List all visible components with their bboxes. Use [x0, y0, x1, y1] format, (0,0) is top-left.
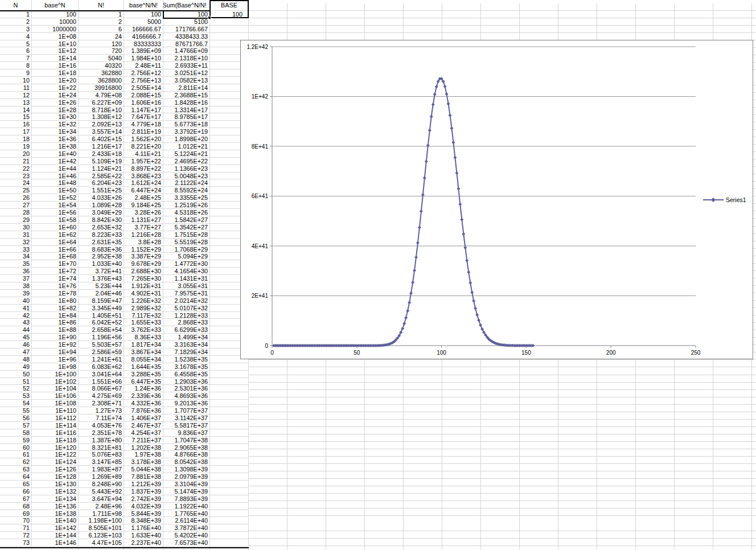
cell[interactable]: 7.211E+37 [124, 437, 163, 444]
cell[interactable]: 2.4695E+22 [163, 158, 210, 165]
cell[interactable]: 4.47E+105 [79, 539, 124, 547]
data-table[interactable]: Nbase^NN!base^N/N!Sum(Base^N/N!BASE11001… [0, 0, 249, 550]
cell[interactable]: 3.762E+33 [124, 326, 163, 334]
cell[interactable]: 57 [0, 422, 32, 429]
cell[interactable] [210, 400, 249, 407]
cell[interactable]: 1.7077E+37 [163, 407, 210, 414]
cell[interactable]: 1E+116 [32, 429, 79, 437]
cell[interactable]: 1E+80 [32, 297, 79, 305]
cell[interactable]: 5 [0, 40, 32, 48]
cell[interactable]: 8 [0, 62, 32, 69]
cell[interactable]: 2.9065E+38 [163, 444, 210, 452]
cell[interactable]: 1.4772E+30 [163, 260, 210, 268]
cell[interactable]: 1E+66 [32, 246, 79, 253]
cell[interactable] [210, 495, 249, 503]
cell[interactable]: 2.653E+32 [79, 224, 124, 231]
cell[interactable]: 39916800 [79, 84, 124, 92]
cell[interactable] [210, 481, 249, 488]
cell[interactable]: 3.055E+31 [163, 282, 210, 290]
cell[interactable]: 166666.67 [124, 26, 163, 33]
cell[interactable]: 8.321E+81 [79, 444, 124, 452]
cell[interactable]: 2.433E+18 [79, 150, 124, 158]
cell[interactable]: 2.48E+96 [79, 503, 124, 510]
cell[interactable]: 8.718E+10 [79, 106, 124, 114]
cell[interactable]: 3.3792E+19 [163, 128, 210, 136]
cell[interactable]: 1E+44 [32, 165, 79, 173]
cell[interactable]: 1E+104 [32, 385, 79, 392]
cell[interactable]: 6.447E+35 [124, 378, 163, 385]
cell[interactable]: 87671766.7 [163, 40, 210, 48]
cell[interactable]: 1.612E+24 [124, 179, 163, 187]
cell[interactable]: 1E+42 [32, 158, 79, 165]
selected-cell[interactable] [163, 10, 211, 19]
cell[interactable]: 1E+72 [32, 268, 79, 275]
cell[interactable]: 3.178E+38 [124, 458, 163, 466]
cell[interactable]: 1.406E+37 [124, 414, 163, 422]
cell[interactable]: 1.152E+29 [124, 246, 163, 253]
cell[interactable]: 3.3163E+34 [163, 341, 210, 348]
cell[interactable]: 720 [79, 47, 124, 55]
cell[interactable] [210, 414, 249, 422]
cell[interactable]: 8.223E+33 [79, 231, 124, 239]
cell[interactable]: 1.606E+16 [124, 99, 163, 106]
cell[interactable]: 1.8428E+16 [163, 99, 210, 106]
cell[interactable]: 2.351E+78 [79, 429, 124, 437]
cell[interactable]: 5.0048E+23 [163, 173, 210, 180]
cell[interactable]: 6.083E+62 [79, 363, 124, 371]
cell[interactable]: 1E+70 [32, 260, 79, 268]
cell[interactable]: 7.881E+38 [124, 473, 163, 481]
cell[interactable]: 3.28E+26 [124, 209, 163, 216]
cell[interactable]: 1E+18 [32, 69, 79, 77]
cell[interactable]: 7.9575E+31 [163, 290, 210, 297]
cell[interactable]: 3.041E+64 [79, 371, 124, 378]
cell[interactable]: 4.8693E+36 [163, 392, 210, 400]
cell[interactable]: 6.402E+15 [79, 136, 124, 143]
cell[interactable]: 1.1366E+23 [163, 165, 210, 173]
cell[interactable] [210, 407, 249, 414]
cell[interactable]: 7.8893E+39 [163, 495, 210, 503]
cell[interactable]: 2.088E+15 [124, 92, 163, 99]
cell[interactable]: 1E+92 [32, 341, 79, 348]
cell[interactable]: 12 [0, 92, 32, 99]
cell[interactable]: 1E+146 [32, 539, 79, 547]
cell[interactable]: 1.3314E+17 [163, 106, 210, 114]
cell[interactable]: 24 [79, 33, 124, 40]
cell[interactable]: 9.2013E+36 [163, 400, 210, 407]
cell[interactable]: 47 [0, 348, 32, 356]
cell[interactable]: 1E+30 [32, 113, 79, 121]
cell[interactable]: 22 [0, 165, 32, 173]
cell[interactable]: 2.688E+30 [124, 268, 163, 275]
cell[interactable]: 14 [0, 106, 32, 114]
cell[interactable]: 7 [0, 55, 32, 62]
cell[interactable]: 28 [0, 209, 32, 216]
cell[interactable]: 1E+140 [32, 517, 79, 524]
cell[interactable]: 1E+124 [32, 458, 79, 466]
cell[interactable]: 31 [0, 231, 32, 239]
cell[interactable] [210, 26, 249, 33]
cell[interactable]: 1.644E+35 [124, 363, 163, 371]
cell[interactable]: 8.842E+30 [79, 216, 124, 224]
cell[interactable]: 171766.667 [163, 26, 210, 33]
cell[interactable]: 1.212E+39 [124, 481, 163, 488]
cell[interactable]: 3.868E+23 [124, 173, 163, 180]
cell[interactable]: 48 [0, 356, 32, 363]
cell[interactable]: 2.48E+11 [124, 62, 163, 69]
cell[interactable]: 6.123E+103 [79, 532, 124, 539]
cell[interactable]: 6.227E+09 [79, 99, 124, 106]
cell[interactable]: 21 [0, 158, 32, 165]
cell[interactable]: 73 [0, 539, 32, 547]
cell[interactable]: 2.48E+25 [124, 194, 163, 202]
cell[interactable]: 20 [0, 150, 32, 158]
cell[interactable]: 1.387E+80 [79, 437, 124, 444]
cell[interactable]: 1E+22 [32, 84, 79, 92]
cell[interactable]: 1E+100 [32, 371, 79, 378]
cell[interactable] [210, 429, 249, 437]
cell[interactable]: 362880 [79, 69, 124, 77]
cell[interactable]: 1.8998E+20 [163, 136, 210, 143]
cell[interactable]: 1.3098E+39 [163, 466, 210, 473]
cell[interactable]: 3.867E+34 [124, 348, 163, 356]
cell[interactable]: 18 [0, 136, 32, 143]
cell[interactable]: 3.8E+28 [124, 239, 163, 246]
cell[interactable]: 19 [0, 143, 32, 150]
cell[interactable]: 8.9785E+17 [163, 113, 210, 121]
